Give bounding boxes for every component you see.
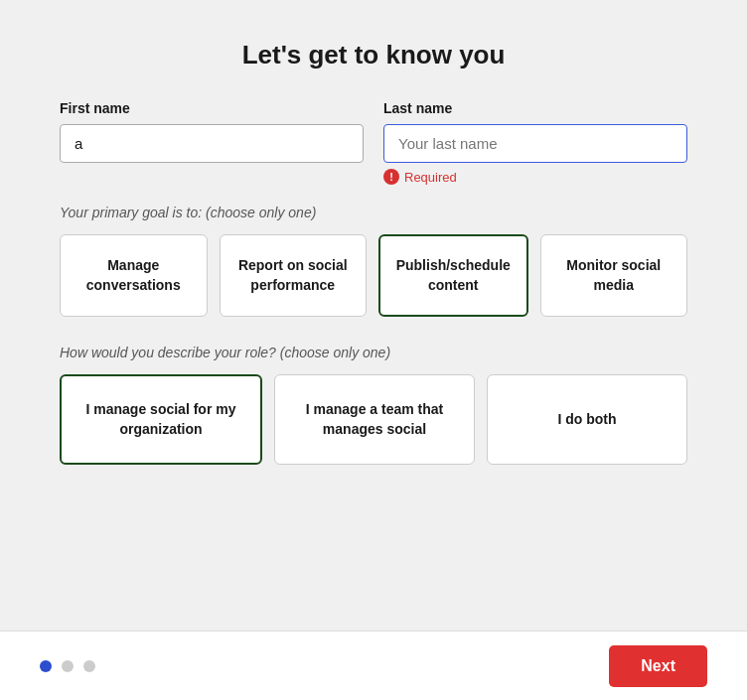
main-content: Let's get to know you First name Last na… [0,0,747,630]
goals-label-text: Your primary goal is to: [60,205,202,220]
role-cards: I manage social for my organization I ma… [60,374,687,465]
goals-label: Your primary goal is to: (choose only on… [60,205,687,220]
progress-dots [40,660,95,672]
role-card-manage-social[interactable]: I manage social for my organization [60,374,262,465]
last-name-group: Last name ! Required [383,100,687,185]
next-button[interactable]: Next [609,645,707,687]
footer: Next [0,630,747,700]
goal-card-publish[interactable]: Publish/schedule content [378,234,528,317]
goal-card-monitor[interactable]: Monitor social media [540,234,688,317]
goal-card-report[interactable]: Report on social performance [220,234,368,317]
role-label-hint: (choose only one) [280,345,390,360]
goal-cards: Manage conversations Report on social pe… [60,234,687,317]
error-icon: ! [383,169,399,185]
dot-2 [62,660,74,672]
role-card-both[interactable]: I do both [487,374,687,465]
last-name-input[interactable] [383,124,687,163]
page-title: Let's get to know you [242,40,506,70]
dot-3 [83,660,95,672]
form-section: First name Last name ! Required Your pri… [60,100,687,465]
first-name-label: First name [60,100,364,116]
first-name-group: First name [60,100,364,185]
dot-1 [40,660,52,672]
last-name-label: Last name [383,100,687,116]
goals-label-hint: (choose only one) [206,205,316,220]
required-error: ! Required [383,169,687,185]
role-card-manage-team[interactable]: I manage a team that manages social [274,374,475,465]
name-row: First name Last name ! Required [60,100,687,185]
first-name-input[interactable] [60,124,364,163]
goal-card-conversations[interactable]: Manage conversations [60,234,208,317]
role-label-text: How would you describe your role? [60,345,276,360]
required-text: Required [404,170,457,185]
page-wrapper: Let's get to know you First name Last na… [0,0,747,700]
role-label: How would you describe your role? (choos… [60,345,687,360]
